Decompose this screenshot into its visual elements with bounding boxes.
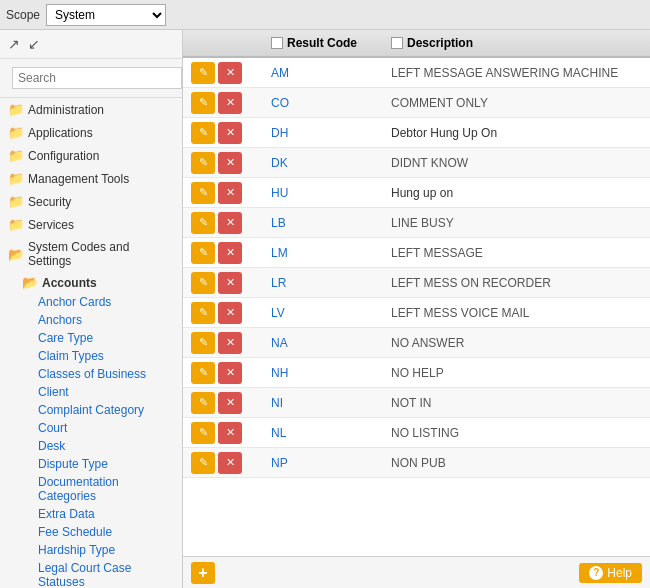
- sidebar-item-anchors[interactable]: Anchors: [32, 311, 182, 329]
- delete-button[interactable]: ✕: [218, 332, 242, 354]
- sidebar-item-court[interactable]: Court: [32, 419, 182, 437]
- delete-button[interactable]: ✕: [218, 452, 242, 474]
- row-description: LEFT MESS VOICE MAIL: [391, 306, 642, 320]
- delete-button[interactable]: ✕: [218, 62, 242, 84]
- description-checkbox[interactable]: [391, 37, 403, 49]
- th-result-code: Result Code: [271, 36, 391, 50]
- sidebar-item-services[interactable]: 📁 Services: [0, 213, 182, 236]
- folder-icon: 📂: [22, 275, 38, 290]
- th-description-label: Description: [407, 36, 473, 50]
- tree-parent-label: Accounts: [42, 276, 97, 290]
- table-row: ✎ ✕ NP NON PUB: [183, 448, 650, 478]
- edit-button[interactable]: ✎: [191, 302, 215, 324]
- row-actions: ✎ ✕: [191, 242, 271, 264]
- expand-button[interactable]: ↗: [6, 34, 22, 54]
- sidebar-item-anchor-cards[interactable]: Anchor Cards: [32, 293, 182, 311]
- help-icon: ?: [589, 566, 603, 580]
- sidebar-item-applications[interactable]: 📁 Applications: [0, 121, 182, 144]
- scope-bar: Scope System User: [0, 0, 650, 30]
- delete-button[interactable]: ✕: [218, 362, 242, 384]
- help-label: Help: [607, 566, 632, 580]
- row-code: NA: [271, 336, 391, 350]
- edit-button[interactable]: ✎: [191, 242, 215, 264]
- sidebar-item-label: Security: [28, 195, 71, 209]
- sidebar-item-claim-types[interactable]: Claim Types: [32, 347, 182, 365]
- delete-button[interactable]: ✕: [218, 272, 242, 294]
- folder-icon: 📁: [8, 217, 24, 232]
- table-body: ✎ ✕ AM LEFT MESSAGE ANSWERING MACHINE ✎ …: [183, 58, 650, 556]
- row-description: NO LISTING: [391, 426, 642, 440]
- edit-button[interactable]: ✎: [191, 62, 215, 84]
- row-description: LEFT MESS ON RECORDER: [391, 276, 642, 290]
- sidebar-item-fee-schedule[interactable]: Fee Schedule: [32, 523, 182, 541]
- sidebar-item-complaint-category[interactable]: Complaint Category: [32, 401, 182, 419]
- edit-button[interactable]: ✎: [191, 362, 215, 384]
- main-layout: ↗ ↙ 📁 Administration 📁 Applications 📁 Co…: [0, 30, 650, 588]
- edit-button[interactable]: ✎: [191, 92, 215, 114]
- sidebar-item-configuration[interactable]: 📁 Configuration: [0, 144, 182, 167]
- sidebar-item-security[interactable]: 📁 Security: [0, 190, 182, 213]
- row-code: DK: [271, 156, 391, 170]
- table-row: ✎ ✕ DH Debtor Hung Up On: [183, 118, 650, 148]
- sidebar-toolbar: ↗ ↙: [0, 30, 182, 59]
- sidebar-item-desk[interactable]: Desk: [32, 437, 182, 455]
- edit-button[interactable]: ✎: [191, 392, 215, 414]
- delete-button[interactable]: ✕: [218, 242, 242, 264]
- sidebar: ↗ ↙ 📁 Administration 📁 Applications 📁 Co…: [0, 30, 183, 588]
- sidebar-item-dispute-type[interactable]: Dispute Type: [32, 455, 182, 473]
- sidebar-item-system-codes[interactable]: 📂 System Codes and Settings: [0, 236, 182, 272]
- sidebar-item-client[interactable]: Client: [32, 383, 182, 401]
- edit-button[interactable]: ✎: [191, 272, 215, 294]
- edit-button[interactable]: ✎: [191, 332, 215, 354]
- content-area: Result Code Description ✎ ✕ AM LEFT MESS…: [183, 30, 650, 588]
- delete-button[interactable]: ✕: [218, 122, 242, 144]
- row-actions: ✎ ✕: [191, 332, 271, 354]
- row-actions: ✎ ✕: [191, 422, 271, 444]
- sidebar-item-hardship-type[interactable]: Hardship Type: [32, 541, 182, 559]
- edit-button[interactable]: ✎: [191, 422, 215, 444]
- row-description: NO ANSWER: [391, 336, 642, 350]
- row-description: NO HELP: [391, 366, 642, 380]
- row-code: LV: [271, 306, 391, 320]
- table-row: ✎ ✕ LB LINE BUSY: [183, 208, 650, 238]
- scope-select[interactable]: System User: [46, 4, 166, 26]
- search-input[interactable]: [12, 67, 182, 89]
- delete-button[interactable]: ✕: [218, 92, 242, 114]
- sidebar-item-extra-data[interactable]: Extra Data: [32, 505, 182, 523]
- edit-button[interactable]: ✎: [191, 152, 215, 174]
- row-code: LR: [271, 276, 391, 290]
- delete-button[interactable]: ✕: [218, 392, 242, 414]
- sidebar-item-administration[interactable]: 📁 Administration: [0, 98, 182, 121]
- folder-icon: 📁: [8, 171, 24, 186]
- row-description: LEFT MESSAGE ANSWERING MACHINE: [391, 66, 642, 80]
- delete-button[interactable]: ✕: [218, 152, 242, 174]
- row-description: Hung up on: [391, 186, 642, 200]
- scope-label: Scope: [6, 8, 40, 22]
- help-button[interactable]: ? Help: [579, 563, 642, 583]
- folder-icon: 📁: [8, 102, 24, 117]
- edit-button[interactable]: ✎: [191, 212, 215, 234]
- delete-button[interactable]: ✕: [218, 212, 242, 234]
- sidebar-item-management-tools[interactable]: 📁 Management Tools: [0, 167, 182, 190]
- row-code: DH: [271, 126, 391, 140]
- delete-button[interactable]: ✕: [218, 182, 242, 204]
- table-row: ✎ ✕ NL NO LISTING: [183, 418, 650, 448]
- sidebar-item-legal-court-case-statuses[interactable]: Legal Court Case Statuses: [32, 559, 182, 588]
- delete-button[interactable]: ✕: [218, 422, 242, 444]
- result-code-checkbox[interactable]: [271, 37, 283, 49]
- sidebar-item-documentation-categories[interactable]: Documentation Categories: [32, 473, 182, 505]
- sidebar-item-care-type[interactable]: Care Type: [32, 329, 182, 347]
- row-actions: ✎ ✕: [191, 362, 271, 384]
- collapse-button[interactable]: ↙: [26, 34, 42, 54]
- row-code: NH: [271, 366, 391, 380]
- row-code: HU: [271, 186, 391, 200]
- sidebar-item-classes-of-business[interactable]: Classes of Business: [32, 365, 182, 383]
- table-row: ✎ ✕ DK DIDNT KNOW: [183, 148, 650, 178]
- edit-button[interactable]: ✎: [191, 182, 215, 204]
- sidebar-item-label: Services: [28, 218, 74, 232]
- delete-button[interactable]: ✕: [218, 302, 242, 324]
- row-actions: ✎ ✕: [191, 92, 271, 114]
- edit-button[interactable]: ✎: [191, 452, 215, 474]
- edit-button[interactable]: ✎: [191, 122, 215, 144]
- add-button[interactable]: +: [191, 562, 215, 584]
